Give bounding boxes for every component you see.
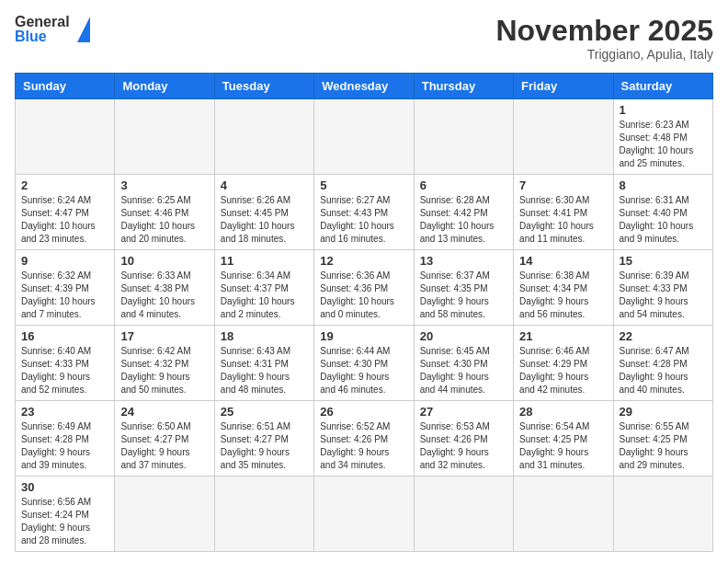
day-8-info: Sunrise: 6:31 AM Sunset: 4:40 PM Dayligh…	[620, 194, 707, 246]
empty-cell	[314, 477, 414, 552]
day-8: 8 Sunrise: 6:31 AM Sunset: 4:40 PM Dayli…	[613, 175, 712, 250]
day-6: 6 Sunrise: 6:28 AM Sunset: 4:42 PM Dayli…	[414, 175, 513, 250]
day-21: 21 Sunrise: 6:46 AM Sunset: 4:29 PM Dayl…	[514, 326, 613, 401]
empty-cell	[115, 477, 214, 552]
day-19-info: Sunrise: 6:44 AM Sunset: 4:30 PM Dayligh…	[320, 345, 407, 396]
day-3-info: Sunrise: 6:25 AM Sunset: 4:46 PM Dayligh…	[120, 194, 208, 246]
day-14: 14 Sunrise: 6:38 AM Sunset: 4:34 PM Dayl…	[514, 250, 613, 326]
day-27: 27 Sunrise: 6:53 AM Sunset: 4:26 PM Dayl…	[414, 401, 513, 477]
empty-cell	[613, 477, 712, 552]
calendar-row-3: 9 Sunrise: 6:32 AM Sunset: 4:39 PM Dayli…	[16, 250, 713, 326]
day-11-info: Sunrise: 6:34 AM Sunset: 4:37 PM Dayligh…	[221, 270, 308, 321]
day-29: 29 Sunrise: 6:55 AM Sunset: 4:25 PM Dayl…	[613, 401, 712, 477]
day-2: 2 Sunrise: 6:24 AM Sunset: 4:47 PM Dayli…	[16, 175, 115, 250]
day-22-info: Sunrise: 6:47 AM Sunset: 4:28 PM Dayligh…	[620, 345, 707, 396]
day-3: 3 Sunrise: 6:25 AM Sunset: 4:46 PM Dayli…	[115, 175, 214, 250]
calendar-row-2: 2 Sunrise: 6:24 AM Sunset: 4:47 PM Dayli…	[16, 175, 713, 250]
day-7: 7 Sunrise: 6:30 AM Sunset: 4:41 PM Dayli…	[514, 175, 613, 250]
logo: General Blue	[15, 15, 90, 44]
calendar-row-1: 1 Sunrise: 6:23 AM Sunset: 4:48 PM Dayli…	[16, 99, 713, 175]
day-18: 18 Sunrise: 6:43 AM Sunset: 4:31 PM Dayl…	[214, 326, 313, 401]
day-30: 30 Sunrise: 6:56 AM Sunset: 4:24 PM Dayl…	[16, 477, 115, 552]
day-25-info: Sunrise: 6:51 AM Sunset: 4:27 PM Dayligh…	[221, 420, 308, 472]
day-25: 25 Sunrise: 6:51 AM Sunset: 4:27 PM Dayl…	[214, 401, 313, 477]
day-14-info: Sunrise: 6:38 AM Sunset: 4:34 PM Dayligh…	[519, 270, 607, 321]
calendar-row-5: 23 Sunrise: 6:49 AM Sunset: 4:28 PM Dayl…	[16, 401, 713, 477]
day-18-info: Sunrise: 6:43 AM Sunset: 4:31 PM Dayligh…	[221, 345, 308, 396]
day-17: 17 Sunrise: 6:42 AM Sunset: 4:32 PM Dayl…	[115, 326, 214, 401]
empty-cell	[214, 477, 313, 552]
day-28: 28 Sunrise: 6:54 AM Sunset: 4:25 PM Dayl…	[514, 401, 613, 477]
header-tuesday: Tuesday	[214, 74, 313, 99]
day-5: 5 Sunrise: 6:27 AM Sunset: 4:43 PM Dayli…	[314, 175, 414, 250]
day-19: 19 Sunrise: 6:44 AM Sunset: 4:30 PM Dayl…	[314, 326, 414, 401]
day-16-info: Sunrise: 6:40 AM Sunset: 4:33 PM Dayligh…	[21, 345, 108, 396]
day-5-info: Sunrise: 6:27 AM Sunset: 4:43 PM Dayligh…	[320, 194, 407, 246]
day-12: 12 Sunrise: 6:36 AM Sunset: 4:36 PM Dayl…	[314, 250, 414, 326]
day-10-info: Sunrise: 6:33 AM Sunset: 4:38 PM Dayligh…	[120, 270, 208, 321]
day-6-info: Sunrise: 6:28 AM Sunset: 4:42 PM Dayligh…	[420, 194, 507, 246]
day-24-info: Sunrise: 6:50 AM Sunset: 4:27 PM Dayligh…	[120, 420, 208, 472]
empty-cell	[115, 99, 214, 175]
day-24: 24 Sunrise: 6:50 AM Sunset: 4:27 PM Dayl…	[115, 401, 214, 477]
day-27-info: Sunrise: 6:53 AM Sunset: 4:26 PM Dayligh…	[420, 420, 507, 472]
day-13-info: Sunrise: 6:37 AM Sunset: 4:35 PM Dayligh…	[420, 270, 507, 321]
header-wednesday: Wednesday	[314, 74, 414, 99]
page-header: General Blue November 2025 Triggiano, Ap…	[15, 15, 713, 62]
calendar-table: Sunday Monday Tuesday Wednesday Thursday…	[15, 73, 713, 552]
day-23-info: Sunrise: 6:49 AM Sunset: 4:28 PM Dayligh…	[21, 420, 108, 472]
header-sunday: Sunday	[16, 74, 115, 99]
day-26-info: Sunrise: 6:52 AM Sunset: 4:26 PM Dayligh…	[320, 420, 407, 472]
weekday-header-row: Sunday Monday Tuesday Wednesday Thursday…	[16, 74, 713, 99]
empty-cell	[414, 477, 513, 552]
day-29-info: Sunrise: 6:55 AM Sunset: 4:25 PM Dayligh…	[620, 420, 707, 472]
day-21-info: Sunrise: 6:46 AM Sunset: 4:29 PM Dayligh…	[519, 345, 607, 396]
header-saturday: Saturday	[613, 74, 712, 99]
day-12-info: Sunrise: 6:36 AM Sunset: 4:36 PM Dayligh…	[320, 270, 407, 321]
day-4-info: Sunrise: 6:26 AM Sunset: 4:45 PM Dayligh…	[221, 194, 308, 246]
location: Triggiano, Apulia, Italy	[495, 47, 713, 62]
empty-cell	[16, 99, 115, 175]
day-22: 22 Sunrise: 6:47 AM Sunset: 4:28 PM Dayl…	[613, 326, 712, 401]
calendar-row-4: 16 Sunrise: 6:40 AM Sunset: 4:33 PM Dayl…	[16, 326, 713, 401]
empty-cell	[414, 99, 513, 175]
day-7-info: Sunrise: 6:30 AM Sunset: 4:41 PM Dayligh…	[519, 194, 607, 246]
empty-cell	[214, 99, 313, 175]
empty-cell	[514, 99, 613, 175]
day-20-info: Sunrise: 6:45 AM Sunset: 4:30 PM Dayligh…	[420, 345, 507, 396]
month-title: November 2025	[495, 15, 713, 47]
title-block: November 2025 Triggiano, Apulia, Italy	[495, 15, 713, 62]
day-15-info: Sunrise: 6:39 AM Sunset: 4:33 PM Dayligh…	[620, 270, 707, 321]
logo-blue-text: Blue	[15, 29, 70, 44]
header-thursday: Thursday	[414, 74, 513, 99]
day-23: 23 Sunrise: 6:49 AM Sunset: 4:28 PM Dayl…	[16, 401, 115, 477]
day-28-info: Sunrise: 6:54 AM Sunset: 4:25 PM Dayligh…	[519, 420, 607, 472]
header-monday: Monday	[115, 74, 214, 99]
day-2-info: Sunrise: 6:24 AM Sunset: 4:47 PM Dayligh…	[21, 194, 108, 246]
empty-cell	[314, 99, 414, 175]
day-4: 4 Sunrise: 6:26 AM Sunset: 4:45 PM Dayli…	[214, 175, 313, 250]
day-10: 10 Sunrise: 6:33 AM Sunset: 4:38 PM Dayl…	[115, 250, 214, 326]
day-30-info: Sunrise: 6:56 AM Sunset: 4:24 PM Dayligh…	[21, 496, 108, 547]
day-9: 9 Sunrise: 6:32 AM Sunset: 4:39 PM Dayli…	[16, 250, 115, 326]
logo-text-block: General Blue	[15, 15, 70, 44]
logo-wrapper: General Blue	[15, 15, 90, 44]
day-16: 16 Sunrise: 6:40 AM Sunset: 4:33 PM Dayl…	[16, 326, 115, 401]
header-friday: Friday	[514, 74, 613, 99]
day-26: 26 Sunrise: 6:52 AM Sunset: 4:26 PM Dayl…	[314, 401, 414, 477]
day-20: 20 Sunrise: 6:45 AM Sunset: 4:30 PM Dayl…	[414, 326, 513, 401]
day-13: 13 Sunrise: 6:37 AM Sunset: 4:35 PM Dayl…	[414, 250, 513, 326]
day-9-info: Sunrise: 6:32 AM Sunset: 4:39 PM Dayligh…	[21, 270, 108, 321]
day-1: 1 Sunrise: 6:23 AM Sunset: 4:48 PM Dayli…	[613, 99, 712, 175]
logo-triangle-icon	[77, 17, 90, 42]
calendar-row-6: 30 Sunrise: 6:56 AM Sunset: 4:24 PM Dayl…	[16, 477, 713, 552]
day-11: 11 Sunrise: 6:34 AM Sunset: 4:37 PM Dayl…	[214, 250, 313, 326]
empty-cell	[514, 477, 613, 552]
logo-general-text: General	[15, 15, 70, 29]
day-15: 15 Sunrise: 6:39 AM Sunset: 4:33 PM Dayl…	[613, 250, 712, 326]
day-1-info: Sunrise: 6:23 AM Sunset: 4:48 PM Dayligh…	[620, 119, 707, 170]
day-17-info: Sunrise: 6:42 AM Sunset: 4:32 PM Dayligh…	[120, 345, 208, 396]
